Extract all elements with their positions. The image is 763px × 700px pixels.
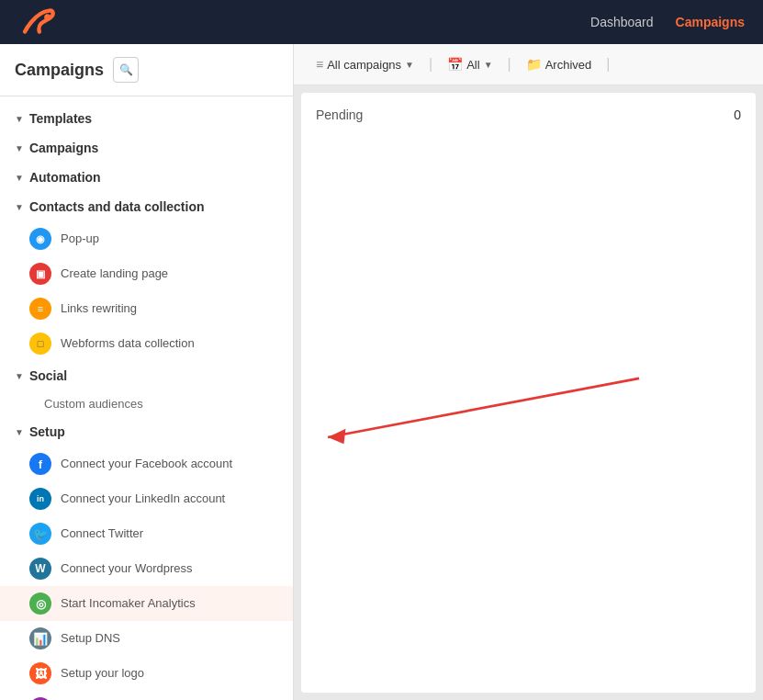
content-area: ≡ All campaigns ▼ | 📅 All ▼ | 📁 Archived…: [294, 44, 763, 700]
filter-divider-2: |: [508, 56, 511, 73]
section-contacts-label: Contacts and data collection: [29, 199, 205, 214]
sidebar-item-linkedin[interactable]: in Connect your LinkedIn account: [0, 481, 293, 516]
sidebar-section-setup[interactable]: ▼ Setup: [0, 417, 293, 446]
sidebar-item-links[interactable]: ≡ Links rewriting: [0, 291, 293, 326]
sidebar-section-templates[interactable]: ▼ Templates: [0, 104, 293, 133]
facebook-icon: f: [29, 453, 51, 475]
logo-label: Setup your logo: [61, 666, 278, 682]
section-templates-label: Templates: [29, 111, 92, 126]
twitter-icon: 🐦: [29, 523, 51, 545]
filter-all-campaigns[interactable]: ≡ All campaigns ▼: [309, 53, 421, 75]
custom-audiences-label: Custom audiences: [44, 397, 143, 411]
linkedin-icon: in: [29, 488, 51, 510]
chevron-down-icon: ▼: [15, 114, 24, 124]
chevron-down-icon: ▼: [15, 173, 24, 183]
pending-label: Pending: [316, 107, 741, 122]
filter-bar: ≡ All campaigns ▼ | 📅 All ▼ | 📁 Archived…: [294, 44, 763, 85]
chevron-down-icon: ▼: [484, 60, 493, 70]
sidebar-item-logo[interactable]: 🖼 Setup your logo: [0, 656, 293, 691]
sidebar-header: Campaigns 🔍: [0, 44, 293, 96]
sidebar-item-mailing[interactable]: ✉ Create mailing lists: [0, 691, 293, 700]
popup-icon: ◉: [29, 228, 51, 250]
calendar-icon: 📅: [447, 57, 463, 72]
links-icon: ≡: [29, 298, 51, 320]
top-nav-links: Dashboard Campaigns: [590, 15, 745, 29]
top-navigation: Dashboard Campaigns: [0, 0, 763, 44]
content-main: Pending 0: [301, 93, 756, 693]
sidebar-item-twitter[interactable]: 🐦 Connect Twitter: [0, 516, 293, 551]
filter-all[interactable]: 📅 All ▼: [440, 53, 499, 75]
dns-icon: 📊: [29, 627, 51, 649]
search-button[interactable]: 🔍: [113, 57, 139, 83]
sidebar-item-custom-audiences[interactable]: Custom audiences: [0, 390, 293, 417]
section-campaigns-label: Campaigns: [29, 141, 98, 155]
chevron-down-icon: ▼: [15, 427, 24, 437]
sidebar-section-contacts[interactable]: ▼ Contacts and data collection: [0, 192, 293, 221]
webforms-label: Webforms data collection: [61, 336, 278, 352]
sidebar-item-popup[interactable]: ◉ Pop-up: [0, 221, 293, 256]
wordpress-icon: W: [29, 558, 51, 580]
facebook-label: Connect your Facebook account: [61, 457, 278, 472]
archive-icon: 📁: [526, 57, 542, 72]
filter-icon: ≡: [316, 57, 323, 72]
chevron-down-icon: ▼: [15, 371, 24, 381]
wordpress-label: Connect your Wordpress: [61, 561, 278, 577]
twitter-label: Connect Twitter: [61, 526, 278, 542]
sidebar-item-facebook[interactable]: f Connect your Facebook account: [0, 446, 293, 481]
sidebar-item-analytics[interactable]: ◎ Start Incomaker Analytics: [0, 586, 293, 621]
main-layout: Campaigns 🔍 ▼ Templates ▼ Campaigns ▼ Au…: [0, 44, 763, 700]
sidebar-title: Campaigns: [15, 61, 104, 80]
webforms-icon: □: [29, 333, 51, 355]
sidebar-item-dns[interactable]: 📊 Setup DNS: [0, 621, 293, 656]
filter-archived[interactable]: 📁 Archived: [519, 53, 600, 75]
svg-line-1: [328, 378, 639, 437]
filter-divider-1: |: [429, 56, 432, 73]
red-arrow-annotation: [301, 93, 756, 693]
section-setup-label: Setup: [29, 424, 65, 439]
sidebar-section-social[interactable]: ▼ Social: [0, 361, 293, 390]
archived-label: Archived: [545, 58, 592, 72]
linkedin-label: Connect your LinkedIn account: [61, 491, 278, 507]
chevron-down-icon: ▼: [15, 202, 24, 212]
sidebar-section-automation[interactable]: ▼ Automation: [0, 163, 293, 192]
sidebar-item-webforms[interactable]: □ Webforms data collection: [0, 326, 293, 361]
campaigns-link[interactable]: Campaigns: [676, 15, 745, 29]
logo-icon: 🖼: [29, 662, 51, 684]
dashboard-link[interactable]: Dashboard: [590, 15, 654, 29]
analytics-label: Start Incomaker Analytics: [61, 596, 278, 612]
all-label: All: [466, 58, 479, 72]
chevron-down-icon: ▼: [15, 143, 24, 153]
landing-label: Create landing page: [61, 266, 278, 282]
sidebar-section-campaigns[interactable]: ▼ Campaigns: [0, 133, 293, 163]
chevron-down-icon: ▼: [405, 60, 414, 70]
pending-count: 0: [734, 107, 741, 122]
dns-label: Setup DNS: [61, 631, 278, 647]
section-automation-label: Automation: [29, 170, 101, 185]
links-label: Links rewriting: [61, 301, 278, 317]
filter-divider-3: |: [606, 56, 610, 73]
svg-point-0: [44, 14, 50, 20]
logo[interactable]: [18, 6, 59, 39]
svg-marker-2: [328, 429, 345, 444]
section-social-label: Social: [29, 368, 67, 383]
analytics-icon: ◎: [29, 593, 51, 615]
sidebar: Campaigns 🔍 ▼ Templates ▼ Campaigns ▼ Au…: [0, 44, 294, 700]
landing-icon: ▣: [29, 263, 51, 285]
sidebar-item-wordpress[interactable]: W Connect your Wordpress: [0, 551, 293, 586]
popup-label: Pop-up: [61, 231, 278, 247]
all-campaigns-label: All campaigns: [327, 58, 401, 72]
sidebar-menu: ▼ Templates ▼ Campaigns ▼ Automation ▼ C…: [0, 96, 293, 700]
sidebar-item-landing[interactable]: ▣ Create landing page: [0, 256, 293, 291]
